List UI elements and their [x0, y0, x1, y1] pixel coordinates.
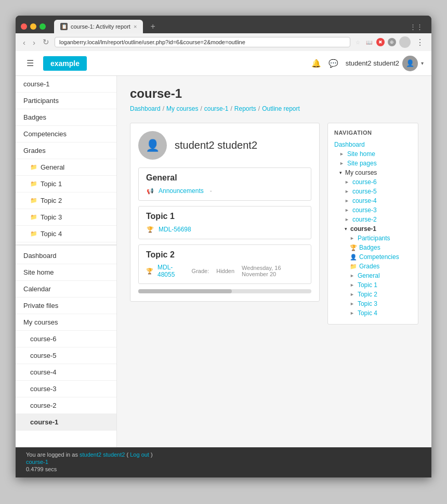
mdl48055-link[interactable]: MDL-48055: [157, 264, 185, 278]
browser-menu-icon[interactable]: ⋮⋮: [410, 23, 426, 31]
sidebar-item-topic4[interactable]: 📁 Topic 4: [16, 226, 116, 242]
nav-topic1-link[interactable]: Topic 1: [358, 281, 377, 289]
nav-badges-link[interactable]: Badges: [359, 244, 380, 251]
sidebar-item-course3[interactable]: course-3: [16, 381, 116, 397]
nav-grades-link[interactable]: Grades: [359, 263, 379, 270]
shield-icon: ✖: [376, 38, 385, 46]
footer-paren-close: ): [151, 451, 153, 458]
topic-1: Topic 1 🏆 MDL-56698: [138, 206, 311, 239]
tab-close-button[interactable]: ×: [134, 23, 137, 30]
new-tab-button[interactable]: +: [146, 21, 159, 32]
reader-icon[interactable]: 📖: [365, 38, 373, 46]
horizontal-scrollbar[interactable]: [138, 289, 311, 293]
nav-topic4-link[interactable]: Topic 4: [358, 309, 377, 317]
sidebar-item-topic1[interactable]: 📁 Topic 1: [16, 176, 116, 192]
nav-course2[interactable]: ► course-2: [334, 215, 412, 224]
sidebar-item-course4[interactable]: course-4: [16, 364, 116, 381]
browser-options-icon[interactable]: ⋮: [414, 37, 426, 47]
address-bar[interactable]: [55, 37, 350, 47]
nav-grades[interactable]: 📁 Grades: [334, 262, 412, 271]
maximize-button[interactable]: [40, 23, 46, 30]
nav-topic1[interactable]: ► Topic 1: [334, 280, 412, 290]
sidebar-item-label: Topic 3: [41, 213, 62, 221]
mdl56698-link[interactable]: MDL-56698: [159, 226, 191, 233]
sidebar-item-topic2[interactable]: 📁 Topic 2: [16, 192, 116, 209]
nav-general[interactable]: ► General: [334, 271, 412, 280]
sidebar-item-general[interactable]: 📁 General: [16, 159, 116, 176]
nav-course4-link[interactable]: course-4: [352, 197, 377, 204]
footer-user-link[interactable]: student2 student2: [80, 451, 125, 458]
announcements-link[interactable]: Announcements: [159, 187, 204, 195]
user-menu[interactable]: student2 student2 👤 ▾: [346, 56, 424, 71]
nav-course5[interactable]: ► course-5: [334, 187, 412, 196]
sidebar-item-calendar[interactable]: Calendar: [16, 281, 116, 298]
nav-competencies[interactable]: 👤 Competencies: [334, 252, 412, 262]
profile-icon[interactable]: [399, 36, 411, 48]
sidebar-item-course1-top[interactable]: course-1: [16, 76, 116, 93]
sidebar-item-competencies[interactable]: Competencies: [16, 126, 116, 143]
breadcrumb-course1[interactable]: course-1: [204, 105, 229, 112]
nav-sitehome[interactable]: ► Site home: [334, 149, 412, 159]
nav-topic3[interactable]: ► Topic 3: [334, 299, 412, 308]
nav-general-link[interactable]: General: [358, 272, 380, 279]
topic-title: Topic 2: [146, 250, 304, 260]
sidebar-item-dashboard[interactable]: Dashboard: [16, 248, 116, 264]
date-value: Wednesday, 16 November 20: [242, 265, 304, 277]
breadcrumb-reports[interactable]: Reports: [234, 105, 256, 112]
top-nav-right: 🔔 💬 student2 student2 👤 ▾: [311, 56, 424, 71]
breadcrumb-sep: /: [200, 105, 202, 112]
forward-button[interactable]: ›: [31, 37, 37, 48]
hamburger-menu[interactable]: ☰: [23, 56, 37, 70]
nav-competencies-link[interactable]: Competencies: [359, 253, 399, 261]
sidebar-item-label: Private files: [23, 302, 58, 309]
breadcrumb-mycourses[interactable]: My courses: [166, 105, 198, 112]
nav-participants-link[interactable]: Participants: [358, 235, 390, 242]
sidebar-item-course6[interactable]: course-6: [16, 331, 116, 347]
sidebar-item-course5[interactable]: course-5: [16, 347, 116, 364]
sidebar-item-sitehome[interactable]: Site home: [16, 264, 116, 281]
sidebar-item-badges[interactable]: Badges: [16, 109, 116, 126]
footer-course-link[interactable]: course-1: [26, 459, 48, 465]
sidebar-item-course2[interactable]: course-2: [16, 397, 116, 414]
nav-course4[interactable]: ► course-4: [334, 196, 412, 205]
browser-tab[interactable]: 📋 course-1: Activity report ×: [54, 20, 143, 33]
grade-label: Grade:: [192, 268, 209, 274]
sidebar-item-mycourses[interactable]: My courses: [16, 314, 116, 331]
nav-course6-link[interactable]: course-6: [352, 178, 377, 186]
nav-topic2[interactable]: ► Topic 2: [334, 290, 412, 299]
user-label: student2 student2: [346, 59, 399, 67]
nav-badges[interactable]: 🏆 Badges: [334, 243, 412, 252]
nav-dashboard-anchor[interactable]: Dashboard: [334, 141, 365, 148]
nav-course5-link[interactable]: course-5: [352, 188, 377, 195]
nav-sitepages-link[interactable]: Site pages: [347, 160, 377, 167]
back-button[interactable]: ‹: [21, 37, 28, 48]
nav-course2-link[interactable]: course-2: [352, 216, 377, 223]
nav-course3[interactable]: ► course-3: [334, 205, 412, 215]
sidebar-item-grades[interactable]: Grades: [16, 143, 116, 159]
nav-sitehome-link[interactable]: Site home: [347, 150, 375, 158]
nav-sitepages[interactable]: ► Site pages: [334, 159, 412, 168]
minimize-button[interactable]: [30, 23, 36, 30]
notification-icon[interactable]: 🔔: [311, 59, 321, 68]
breadcrumb-outline[interactable]: Outline report: [262, 105, 300, 112]
sidebar-item-topic3[interactable]: 📁 Topic 3: [16, 209, 116, 226]
message-icon[interactable]: 💬: [328, 59, 338, 68]
nav-topic3-link[interactable]: Topic 3: [358, 300, 377, 307]
sidebar-item-privatefiles[interactable]: Private files: [16, 298, 116, 314]
close-button[interactable]: [21, 23, 27, 30]
sidebar-item-label: Topic 1: [41, 180, 62, 188]
nav-course3-link[interactable]: course-3: [352, 206, 377, 214]
brand-logo[interactable]: example: [43, 56, 87, 71]
nav-course1-link[interactable]: course-1: [350, 225, 376, 232]
sidebar-item-course1-bottom[interactable]: course-1: [16, 414, 116, 431]
reload-button[interactable]: ↻: [41, 36, 51, 48]
bookmark-icon[interactable]: ☆: [353, 38, 362, 46]
nav-topic4[interactable]: ► Topic 4: [334, 308, 412, 318]
sidebar-item-participants[interactable]: Participants: [16, 93, 116, 109]
nav-participants[interactable]: ► Participants: [334, 234, 412, 243]
breadcrumb-dashboard[interactable]: Dashboard: [130, 105, 161, 112]
nav-dashboard-link[interactable]: Dashboard: [334, 140, 412, 149]
footer-logout-link[interactable]: Log out: [130, 451, 149, 458]
nav-course6[interactable]: ► course-6: [334, 177, 412, 187]
nav-topic2-link[interactable]: Topic 2: [358, 291, 377, 298]
